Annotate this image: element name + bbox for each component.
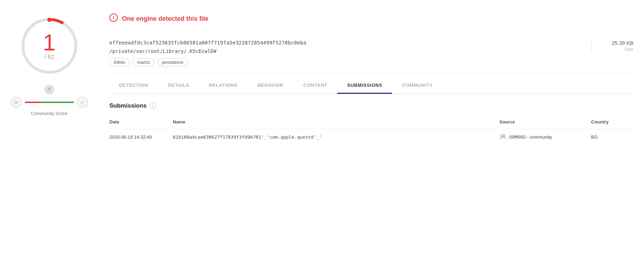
- col-name: Name: [173, 116, 499, 129]
- file-path: /private/var/root/Library/.K5cEcwlEW: [109, 48, 306, 54]
- file-size-label: Size: [602, 47, 633, 52]
- alert-icon: !: [109, 13, 118, 24]
- community-score-section: ? ✕ ✓ Community Score: [7, 85, 91, 116]
- tab-behavior[interactable]: BEHAVIOR: [248, 77, 293, 93]
- gauge-total: / 62: [43, 54, 56, 60]
- right-panel: ! One engine detected this file effeeead…: [99, 7, 644, 259]
- submission-date: 2020-06-19 14:32:40: [109, 129, 173, 145]
- gauge-center: 1 / 62: [43, 31, 56, 60]
- table-row: 2020-06-19 14:32:4081b108a4cae630627f178…: [109, 129, 633, 145]
- submissions-table: Date Name Source Country 2020-06-19 14:3…: [109, 116, 633, 145]
- file-tag: 64bits: [109, 58, 130, 67]
- alert-text: One engine detected this file: [122, 15, 208, 23]
- tab-details[interactable]: DETAILS: [158, 77, 199, 93]
- tab-content[interactable]: CONTENT: [293, 77, 337, 93]
- tab-community[interactable]: COMMUNITY: [392, 77, 443, 93]
- tab-nav: DETECTIONDETAILSRELATIONSBEHAVIORCONTENT…: [109, 77, 633, 94]
- submission-country: BG: [591, 129, 633, 145]
- section-title-row: Submissions i: [109, 102, 633, 109]
- svg-text:!: !: [113, 15, 115, 20]
- svg-point-2: [47, 18, 51, 22]
- svg-point-5: [501, 135, 503, 137]
- file-tags: 64bitsmachopersistence: [109, 58, 306, 67]
- tab-relations[interactable]: RELATIONS: [199, 77, 248, 93]
- file-tag: persistence: [157, 58, 188, 67]
- gauge-detected: 1: [43, 31, 56, 54]
- content-area: Submissions i Date Name Source Country 2…: [109, 94, 633, 145]
- score-bar-red: [25, 102, 40, 103]
- tab-detection[interactable]: DETECTION: [109, 77, 158, 93]
- vote-down-button[interactable]: ✕: [11, 97, 22, 108]
- gauge-container: 1 / 62: [18, 14, 81, 78]
- vote-up-button[interactable]: ✓: [77, 97, 88, 108]
- community-icon: [499, 134, 506, 140]
- submission-name: 81b108a4cae630627f17839f3fd9b701'_'com.a…: [173, 129, 499, 145]
- file-size-value: 25.39 KB: [602, 40, 633, 46]
- score-bar-green: [40, 102, 74, 103]
- col-source: Source: [499, 116, 591, 129]
- svg-point-6: [503, 135, 505, 137]
- left-panel: 1 / 62 ? ✕ ✓ Community Score: [0, 7, 99, 259]
- info-icon[interactable]: i: [150, 103, 156, 109]
- community-score-label: Community Score: [31, 111, 67, 116]
- submission-source: 09fff950 - community: [499, 129, 591, 145]
- file-details: effeeeadfdc3caf523635fcb86581a807f719fa5…: [109, 40, 306, 67]
- file-info-section: effeeeadfdc3caf523635fcb86581a807f719fa5…: [109, 32, 633, 73]
- col-date: Date: [109, 116, 173, 129]
- file-size-section: 25.39 KB Size: [591, 40, 633, 52]
- tab-submissions[interactable]: SUBMISSIONS: [337, 77, 392, 93]
- score-bar-row: ✕ ✓: [7, 97, 91, 108]
- score-bar-track: [25, 102, 74, 103]
- file-tag: macho: [133, 58, 154, 67]
- submissions-section-title: Submissions: [109, 102, 147, 109]
- question-icon: ?: [44, 85, 54, 95]
- col-country: Country: [591, 116, 633, 129]
- file-hash: effeeeadfdc3caf523635fcb86581a807f719fa5…: [109, 40, 306, 46]
- detection-alert: ! One engine detected this file: [109, 7, 633, 32]
